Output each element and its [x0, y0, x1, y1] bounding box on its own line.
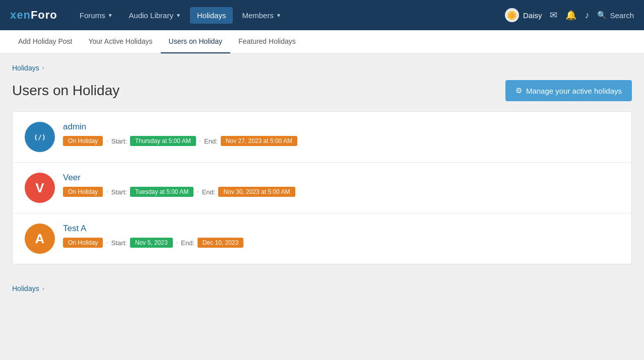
footer-breadcrumb: Holidays › [0, 274, 644, 303]
start-label-test-a: Start: [111, 239, 127, 247]
main-nav-links: Forums ▼ Audio Library ▼ Holidays Member… [73, 7, 505, 24]
subnav-featured-holidays[interactable]: Featured Holidays [230, 30, 304, 53]
nav-audio-library[interactable]: Audio Library ▼ [122, 7, 188, 24]
main-content: Holidays › Users on Holiday ⚙ Manage you… [0, 54, 644, 274]
avatar-veer: V [25, 173, 55, 203]
bell-icon[interactable]: 🔔 [565, 10, 576, 21]
user-link-admin[interactable]: admin [63, 122, 297, 132]
end-label-admin: End: [204, 137, 218, 145]
user-info-test-a: Test A On Holiday · Start: Nov 5, 2023 ·… [63, 224, 243, 248]
status-badge-veer: On Holiday [63, 187, 103, 197]
sub-navigation: Add Holiday Post Your Active Holidays Us… [0, 30, 644, 54]
nav-holidays[interactable]: Holidays [190, 7, 233, 24]
manage-holidays-button[interactable]: ⚙ Manage your active holidays [505, 80, 632, 101]
end-label-veer: End: [202, 188, 216, 196]
user-card-test-a: A Test A On Holiday · Start: Nov 5, 2023… [13, 213, 631, 264]
music-icon[interactable]: ♪ [585, 10, 589, 21]
holiday-row-test-a: On Holiday · Start: Nov 5, 2023 · End: D… [63, 238, 243, 248]
username-label: Daisy [523, 11, 542, 20]
page-header: Users on Holiday ⚙ Manage your active ho… [12, 80, 632, 101]
avatar-admin: ⟨/⟩ [25, 122, 55, 152]
end-date-veer: Nov 30, 2023 at 5:00 AM [218, 187, 295, 197]
holiday-row-veer: On Holiday · Start: Tuesday at 5:00 AM ·… [63, 187, 295, 197]
start-date-test-a: Nov 5, 2023 [130, 238, 173, 248]
search-label: Search [610, 11, 634, 20]
breadcrumb-holidays-link[interactable]: Holidays [12, 64, 39, 72]
breadcrumb: Holidays › [12, 64, 632, 72]
end-date-admin: Nov 27, 2023 at 5:00 AM [221, 136, 297, 146]
nav-members[interactable]: Members ▼ [235, 7, 288, 24]
subnav-add-holiday-post[interactable]: Add Holiday Post [10, 30, 80, 53]
status-badge-test-a: On Holiday [63, 238, 103, 248]
user-info-admin: admin On Holiday · Start: Thursday at 5:… [63, 122, 297, 146]
audio-library-dropdown-arrow: ▼ [176, 13, 181, 18]
search-icon: 🔍 [597, 11, 607, 20]
nav-right-section: 🌼 Daisy ✉ 🔔 ♪ 🔍 Search [505, 8, 634, 22]
start-date-admin: Thursday at 5:00 AM [130, 136, 196, 146]
nav-forums[interactable]: Forums ▼ [73, 7, 120, 24]
user-link-test-a[interactable]: Test A [63, 224, 243, 234]
avatar-test-a: A [25, 224, 55, 254]
holiday-row-admin: On Holiday · Start: Thursday at 5:00 AM … [63, 136, 297, 146]
user-card-veer: V Veer On Holiday · Start: Tuesday at 5:… [13, 163, 631, 213]
footer-holidays-link[interactable]: Holidays [12, 284, 39, 293]
end-label-test-a: End: [181, 239, 195, 247]
start-label-admin: Start: [111, 137, 127, 145]
user-menu[interactable]: 🌼 Daisy [505, 8, 542, 22]
footer-chevron: › [42, 285, 44, 292]
user-link-veer[interactable]: Veer [63, 173, 295, 183]
forums-dropdown-arrow: ▼ [108, 13, 113, 18]
gear-icon: ⚙ [516, 86, 522, 95]
avatar: 🌼 [505, 8, 519, 22]
start-label-veer: Start: [111, 188, 127, 196]
user-info-veer: Veer On Holiday · Start: Tuesday at 5:00… [63, 173, 295, 197]
mail-icon[interactable]: ✉ [550, 10, 557, 21]
breadcrumb-chevron: › [42, 64, 44, 71]
user-list: ⟨/⟩ admin On Holiday · Start: Thursday a… [12, 111, 632, 264]
search-button[interactable]: 🔍 Search [597, 11, 634, 20]
end-date-test-a: Dec 10, 2023 [198, 238, 243, 248]
user-card-admin: ⟨/⟩ admin On Holiday · Start: Thursday a… [13, 112, 631, 163]
start-date-veer: Tuesday at 5:00 AM [130, 187, 194, 197]
status-badge-admin: On Holiday [63, 136, 103, 146]
subnav-users-on-holiday[interactable]: Users on Holiday [161, 30, 231, 53]
page-title: Users on Holiday [12, 83, 119, 99]
site-logo[interactable]: xenForo [10, 9, 57, 22]
subnav-your-active-holidays[interactable]: Your Active Holidays [80, 30, 160, 53]
members-dropdown-arrow: ▼ [276, 13, 281, 18]
top-navigation: xenForo Forums ▼ Audio Library ▼ Holiday… [0, 0, 644, 30]
